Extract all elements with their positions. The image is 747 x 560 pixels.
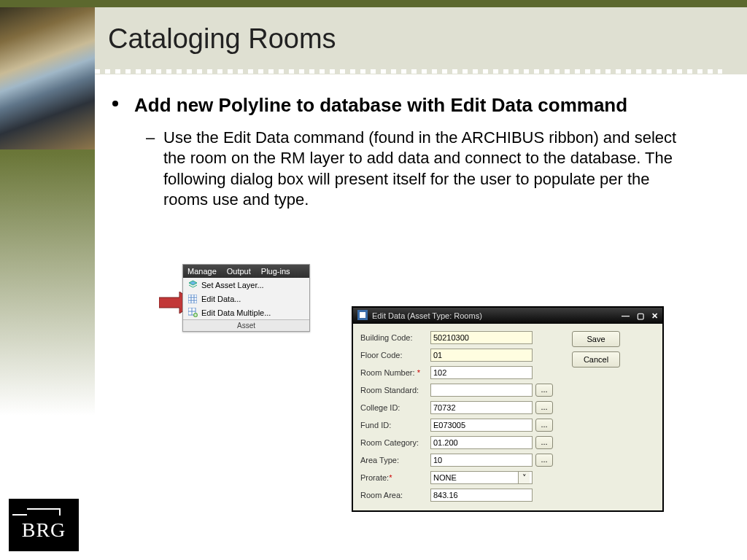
- ribbon-item-edit-data-multiple[interactable]: Edit Data Multiple...: [183, 306, 309, 319]
- ribbon-menu[interactable]: Manage: [187, 267, 217, 276]
- ribbon-item-set-asset-layer[interactable]: Set Asset Layer...: [183, 278, 309, 292]
- room-category-input[interactable]: [430, 436, 533, 449]
- bullet-level1: Add new Polyline to database with Edit D…: [134, 93, 712, 117]
- title-band: Cataloging Rooms: [95, 7, 747, 74]
- bullet1-text: Add new Polyline to database with Edit D…: [134, 94, 627, 116]
- ribbon-item-label: Edit Data Multiple...: [201, 308, 271, 317]
- ribbon-item-edit-data[interactable]: Edit Data...: [183, 292, 309, 306]
- page-title: Cataloging Rooms: [95, 7, 747, 55]
- dialog-fields: Building Code: Floor Code: Room Number: …: [360, 330, 565, 503]
- layers-icon: [187, 280, 198, 290]
- fund-id-input[interactable]: [430, 419, 533, 432]
- building-code-input[interactable]: [430, 331, 533, 344]
- field-label: Fund ID:: [360, 421, 430, 429]
- lookup-button[interactable]: ...: [535, 454, 553, 467]
- ribbon-menu[interactable]: Plug-ins: [261, 267, 290, 276]
- dialog-titlebar[interactable]: Edit Data (Asset Type: Rooms) — ▢ ✕: [353, 308, 662, 324]
- svg-rect-1: [188, 295, 197, 303]
- field-label: Floor Code:: [360, 351, 430, 359]
- logo-text: BRG: [22, 518, 66, 542]
- slide-content: Add new Polyline to database with Edit D…: [108, 93, 712, 211]
- logo-bracket-icon: [27, 508, 61, 516]
- room-area-input[interactable]: [430, 489, 533, 502]
- ribbon-group-label: Asset: [183, 319, 309, 331]
- decorative-photo: [0, 7, 95, 149]
- ribbon-item-label: Set Asset Layer...: [201, 281, 264, 289]
- archibus-ribbon-snippet: Manage Output Plug-ins Set Asset Layer..…: [182, 264, 310, 332]
- field-label: Prorate:*: [360, 473, 430, 482]
- brg-logo: BRG: [9, 499, 79, 551]
- app-icon: [357, 310, 368, 322]
- floor-code-input[interactable]: [430, 349, 533, 362]
- title-divider: [95, 69, 722, 74]
- bullet-level2: – Use the Edit Data command (found in th…: [163, 128, 689, 211]
- lookup-button[interactable]: ...: [535, 384, 553, 397]
- minimize-icon[interactable]: —: [622, 311, 630, 321]
- chevron-down-icon: ˅: [518, 472, 530, 483]
- ribbon-menu[interactable]: Output: [227, 267, 251, 276]
- room-number-input[interactable]: [430, 366, 533, 379]
- edit-data-dialog: Edit Data (Asset Type: Rooms) — ▢ ✕ Buil…: [352, 306, 664, 512]
- college-id-input[interactable]: [430, 401, 533, 414]
- dialog-title: Edit Data (Asset Type: Rooms): [372, 311, 482, 320]
- lookup-button[interactable]: ...: [535, 419, 553, 432]
- maximize-icon[interactable]: ▢: [637, 311, 644, 321]
- bullet-dash-icon: –: [146, 128, 155, 149]
- field-label: Room Standard:: [360, 386, 430, 394]
- lookup-button[interactable]: ...: [535, 401, 553, 414]
- svg-rect-13: [360, 312, 365, 318]
- bullet2-text: Use the Edit Data command (found in the …: [163, 128, 676, 209]
- bullet-dot-icon: [112, 101, 118, 106]
- field-label: Area Type:: [360, 456, 430, 464]
- field-label: Building Code:: [360, 333, 430, 342]
- cancel-button[interactable]: Cancel: [572, 351, 620, 368]
- field-label: Room Number: *: [360, 368, 430, 377]
- grid-plus-icon: [187, 308, 198, 318]
- close-icon[interactable]: ✕: [651, 311, 658, 321]
- field-label: Room Category:: [360, 438, 430, 447]
- area-type-input[interactable]: [430, 454, 533, 467]
- field-label: College ID:: [360, 403, 430, 412]
- field-label: Room Area:: [360, 491, 430, 499]
- lookup-button[interactable]: ...: [535, 436, 553, 449]
- grid-icon: [187, 294, 198, 304]
- ribbon-menubar: Manage Output Plug-ins: [183, 265, 309, 278]
- ribbon-item-label: Edit Data...: [201, 295, 241, 303]
- top-accent-bar: [0, 0, 747, 7]
- save-button[interactable]: Save: [572, 331, 620, 347]
- room-standard-input[interactable]: [430, 384, 533, 397]
- prorate-select[interactable]: NONE˅: [430, 471, 533, 484]
